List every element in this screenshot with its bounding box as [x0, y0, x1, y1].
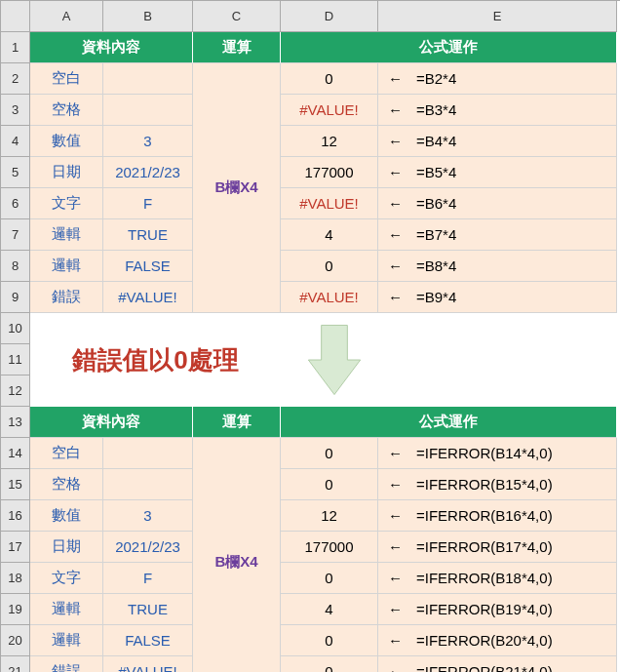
- cell-b[interactable]: [103, 438, 193, 469]
- row-header[interactable]: 6: [1, 188, 30, 219]
- row-header[interactable]: 20: [1, 625, 30, 656]
- cell-d[interactable]: #VALUE!: [281, 188, 378, 219]
- header-data-content: 資料內容: [30, 32, 193, 63]
- cell-b[interactable]: 2021/2/23: [103, 532, 193, 563]
- row-header[interactable]: 4: [1, 126, 30, 157]
- cell-d[interactable]: 0: [281, 63, 378, 95]
- cell-e[interactable]: ←=B4*4: [378, 126, 617, 157]
- cell-e[interactable]: ←=IFERROR(B16*4,0): [378, 500, 617, 532]
- cell-d[interactable]: 177000: [281, 157, 378, 188]
- cell-d[interactable]: #VALUE!: [281, 95, 378, 126]
- cell-a[interactable]: 錯誤: [30, 656, 103, 672]
- cell-d[interactable]: 12: [281, 500, 378, 532]
- cell-d[interactable]: 0: [281, 625, 378, 656]
- row-header[interactable]: 16: [1, 500, 30, 532]
- header-formula: 公式運作: [281, 32, 617, 63]
- op-label-2: B欄X4: [193, 438, 281, 672]
- down-arrow-icon: [281, 313, 617, 407]
- cell-a[interactable]: 空白: [30, 63, 103, 95]
- cell-d[interactable]: 12: [281, 126, 378, 157]
- cell-b[interactable]: 2021/2/23: [103, 157, 193, 188]
- row-header[interactable]: 15: [1, 469, 30, 500]
- row-header[interactable]: 17: [1, 532, 30, 563]
- row-header[interactable]: 10: [1, 313, 30, 344]
- cell-d[interactable]: #VALUE!: [281, 282, 378, 313]
- col-header-D[interactable]: D: [281, 1, 378, 32]
- header-operation: 運算: [193, 32, 281, 63]
- cell-e[interactable]: ←=B6*4: [378, 188, 617, 219]
- cell-b[interactable]: FALSE: [103, 625, 193, 656]
- cell-e[interactable]: ←=B9*4: [378, 282, 617, 313]
- cell-a[interactable]: 數值: [30, 126, 103, 157]
- col-header-E[interactable]: E: [378, 1, 617, 32]
- cell-b[interactable]: [103, 95, 193, 126]
- row-header[interactable]: 9: [1, 282, 30, 313]
- cell-b[interactable]: 3: [103, 126, 193, 157]
- cell-b[interactable]: F: [103, 188, 193, 219]
- cell-d[interactable]: 0: [281, 251, 378, 282]
- cell-e[interactable]: ←=B3*4: [378, 95, 617, 126]
- header-operation-2: 運算: [193, 407, 281, 438]
- cell-e[interactable]: ←=IFERROR(B18*4,0): [378, 563, 617, 594]
- cell-a[interactable]: 邏輯: [30, 625, 103, 656]
- row-header[interactable]: 18: [1, 563, 30, 594]
- cell-a[interactable]: 日期: [30, 532, 103, 563]
- cell-a[interactable]: 邏輯: [30, 594, 103, 625]
- row-header[interactable]: 21: [1, 656, 30, 672]
- cell-e[interactable]: ←=B5*4: [378, 157, 617, 188]
- col-header-A[interactable]: A: [30, 1, 103, 32]
- cell-b[interactable]: #VALUE!: [103, 282, 193, 313]
- cell-b[interactable]: 3: [103, 500, 193, 532]
- cell-e[interactable]: ←=B8*4: [378, 251, 617, 282]
- cell-d[interactable]: 0: [281, 469, 378, 500]
- cell-b[interactable]: TRUE: [103, 219, 193, 251]
- header-formula-2: 公式運作: [281, 407, 617, 438]
- cell-b[interactable]: [103, 469, 193, 500]
- cell-a[interactable]: 錯誤: [30, 282, 103, 313]
- row-header[interactable]: 3: [1, 95, 30, 126]
- cell-a[interactable]: 空格: [30, 469, 103, 500]
- cell-a[interactable]: 文字: [30, 563, 103, 594]
- cell-b[interactable]: F: [103, 563, 193, 594]
- cell-e[interactable]: ←=IFERROR(B19*4,0): [378, 594, 617, 625]
- col-header-B[interactable]: B: [103, 1, 193, 32]
- cell-b[interactable]: [103, 63, 193, 95]
- cell-a[interactable]: 文字: [30, 188, 103, 219]
- cell-d[interactable]: 0: [281, 563, 378, 594]
- col-header-C[interactable]: C: [193, 1, 281, 32]
- cell-a[interactable]: 數值: [30, 500, 103, 532]
- cell-e[interactable]: ←=IFERROR(B14*4,0): [378, 438, 617, 469]
- row-header[interactable]: 14: [1, 438, 30, 469]
- row-header[interactable]: 13: [1, 407, 30, 438]
- cell-e[interactable]: ←=IFERROR(B21*4,0): [378, 656, 617, 672]
- header-data-content-2: 資料內容: [30, 407, 193, 438]
- row-header[interactable]: 1: [1, 32, 30, 63]
- row-header[interactable]: 8: [1, 251, 30, 282]
- cell-d[interactable]: 4: [281, 219, 378, 251]
- cell-a[interactable]: 日期: [30, 157, 103, 188]
- error-message: 錯誤值以0處理: [30, 313, 281, 407]
- cell-d[interactable]: 0: [281, 656, 378, 672]
- row-header[interactable]: 7: [1, 219, 30, 251]
- row-header[interactable]: 19: [1, 594, 30, 625]
- row-header[interactable]: 12: [1, 376, 30, 407]
- cell-d[interactable]: 0: [281, 438, 378, 469]
- cell-d[interactable]: 4: [281, 594, 378, 625]
- cell-b[interactable]: TRUE: [103, 594, 193, 625]
- row-header[interactable]: 11: [1, 344, 30, 376]
- cell-e[interactable]: ←=IFERROR(B17*4,0): [378, 532, 617, 563]
- cell-e[interactable]: ←=B7*4: [378, 219, 617, 251]
- cell-a[interactable]: 邏輯: [30, 219, 103, 251]
- cell-b[interactable]: #VALUE!: [103, 656, 193, 672]
- row-header[interactable]: 2: [1, 63, 30, 95]
- cell-e[interactable]: ←=B2*4: [378, 63, 617, 95]
- cell-e[interactable]: ←=IFERROR(B15*4,0): [378, 469, 617, 500]
- corner-cell: [1, 1, 30, 32]
- cell-e[interactable]: ←=IFERROR(B20*4,0): [378, 625, 617, 656]
- cell-d[interactable]: 177000: [281, 532, 378, 563]
- cell-a[interactable]: 邏輯: [30, 251, 103, 282]
- row-header[interactable]: 5: [1, 157, 30, 188]
- cell-b[interactable]: FALSE: [103, 251, 193, 282]
- cell-a[interactable]: 空白: [30, 438, 103, 469]
- cell-a[interactable]: 空格: [30, 95, 103, 126]
